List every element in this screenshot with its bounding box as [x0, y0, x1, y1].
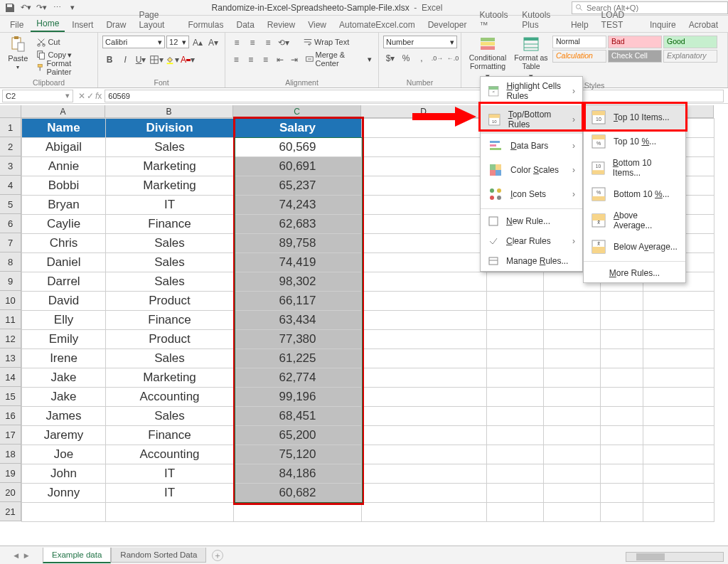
cell-empty[interactable] [643, 464, 714, 484]
cell-empty[interactable] [643, 311, 714, 330]
cell-division[interactable]: IT [106, 464, 234, 484]
row-header-4[interactable]: 4 [0, 176, 21, 195]
cf-data-bars[interactable]: Data Bars› [481, 134, 582, 158]
tb-more-rules[interactable]: More Rules... [584, 264, 685, 282]
cell-empty[interactable] [362, 272, 487, 292]
cell-empty[interactable] [234, 503, 362, 522]
decrease-decimal-icon[interactable]: ←.0 [446, 51, 460, 65]
align-center-icon[interactable]: ≡ [245, 53, 258, 67]
row-header-21[interactable]: 21 [0, 502, 21, 521]
cell-salary[interactable]: 61,225 [234, 349, 362, 368]
column-header-B[interactable]: B [105, 105, 233, 118]
cell-empty[interactable] [643, 484, 714, 503]
cell-salary[interactable]: 65,237 [234, 176, 362, 196]
cell-salary[interactable]: 84,186 [234, 464, 362, 484]
decrease-font-icon[interactable]: A▾ [206, 36, 220, 50]
cell-empty[interactable] [362, 503, 487, 522]
cell-empty[interactable] [544, 330, 601, 349]
undo-icon[interactable]: ↶▾ [20, 2, 31, 14]
cf-highlight-cells-rules[interactable]: < Highlight Cells Rules› [481, 77, 582, 105]
cell-empty[interactable] [487, 484, 544, 503]
borders-button[interactable]: ▾ [149, 53, 164, 67]
qat-more-icon[interactable]: ⋯ [51, 2, 63, 14]
cell-name[interactable]: Bobbi [22, 176, 106, 196]
tab-kutools[interactable]: Kutools ™ [473, 8, 515, 32]
cell-salary[interactable]: 99,196 [234, 388, 362, 407]
cell-name[interactable]: Chris [22, 234, 106, 253]
cell-empty[interactable] [643, 407, 714, 426]
cell-styles-gallery[interactable]: Normal Bad Good Calculation Check Cell E… [552, 36, 723, 63]
tab-developer[interactable]: Developer [422, 18, 473, 32]
cell-empty[interactable] [544, 464, 601, 484]
formula-bar[interactable]: 60569 [105, 90, 724, 102]
tb-below-average[interactable]: x̄ Below Average... [584, 235, 685, 259]
increase-decimal-icon[interactable]: .0→ [430, 51, 444, 65]
row-header-18[interactable]: 18 [0, 445, 21, 464]
cell-empty[interactable] [601, 311, 643, 330]
cell-empty[interactable] [601, 292, 643, 311]
percent-format-icon[interactable]: % [399, 51, 413, 65]
cell-empty[interactable] [362, 445, 487, 464]
cell-name[interactable]: Daniel [22, 253, 106, 272]
cell-name[interactable]: Jake [22, 388, 106, 407]
cell-empty[interactable] [487, 272, 544, 292]
row-header-16[interactable]: 16 [0, 406, 21, 425]
sheet-tab-example-data[interactable]: Example data [43, 548, 111, 563]
row-header-9[interactable]: 9 [0, 272, 21, 291]
row-header-17[interactable]: 17 [0, 425, 21, 445]
cell-division[interactable]: Sales [106, 234, 234, 253]
cell-empty[interactable] [106, 503, 234, 522]
tab-automate[interactable]: AutomateExcel.com [333, 18, 421, 32]
cell-name[interactable]: Annie [22, 157, 106, 176]
row-header-8[interactable]: 8 [0, 252, 21, 272]
cell-empty[interactable] [643, 368, 714, 388]
row-header-3[interactable]: 3 [0, 156, 21, 176]
cell-salary[interactable]: 60,682 [234, 484, 362, 503]
cell-empty[interactable] [362, 349, 487, 368]
cell-name[interactable]: Elly [22, 311, 106, 330]
row-header-19[interactable]: 19 [0, 464, 21, 483]
row-header-15[interactable]: 15 [0, 387, 21, 406]
font-size-combo[interactable]: 12▾ [166, 36, 189, 48]
cell-salary[interactable]: 60,691 [234, 157, 362, 176]
style-check-cell[interactable]: Check Cell [608, 50, 662, 63]
orientation-icon[interactable]: ⟲▾ [277, 36, 291, 50]
cell-empty[interactable] [544, 292, 601, 311]
redo-icon[interactable]: ↷▾ [36, 2, 47, 14]
cell-empty[interactable] [487, 445, 544, 464]
cut-button[interactable]: Cut [34, 36, 93, 48]
cell-empty[interactable] [362, 253, 487, 272]
cell-name[interactable]: Irene [22, 349, 106, 368]
tab-draw[interactable]: Draw [100, 18, 132, 32]
table-header-a[interactable]: Name [22, 119, 106, 138]
fill-color-button[interactable]: ▾ [165, 53, 179, 67]
tab-home[interactable]: Home [31, 16, 65, 32]
sheet-nav-arrows[interactable]: ◄ ► [0, 551, 43, 560]
cell-division[interactable]: Finance [106, 311, 234, 330]
style-bad[interactable]: Bad [608, 36, 662, 48]
cell-name[interactable]: Bryan [22, 196, 106, 215]
cell-salary[interactable]: 74,243 [234, 196, 362, 215]
tab-data[interactable]: Data [230, 18, 259, 32]
cell-empty[interactable] [601, 484, 643, 503]
row-header-12[interactable]: 12 [0, 329, 21, 348]
cell-empty[interactable] [544, 407, 601, 426]
cell-empty[interactable] [643, 426, 714, 445]
cell-name[interactable]: Jonny [22, 484, 106, 503]
tab-acrobat[interactable]: Acrobat [683, 18, 724, 32]
tab-review[interactable]: Review [262, 18, 301, 32]
cell-name[interactable]: John [22, 464, 106, 484]
cf-clear-rules[interactable]: Clear Rules› [481, 231, 582, 251]
style-good[interactable]: Good [663, 36, 717, 48]
cell-division[interactable]: Product [106, 292, 234, 311]
cell-empty[interactable] [487, 407, 544, 426]
row-header-6[interactable]: 6 [0, 214, 21, 233]
save-icon[interactable] [4, 2, 16, 14]
italic-button[interactable]: I [118, 53, 132, 67]
row-header-10[interactable]: 10 [0, 291, 21, 310]
tab-file[interactable]: File [4, 18, 29, 32]
row-header-13[interactable]: 13 [0, 348, 21, 368]
cell-empty[interactable] [22, 503, 106, 522]
cf-new-rule[interactable]: New Rule... [481, 211, 582, 231]
cell-empty[interactable] [362, 311, 487, 330]
